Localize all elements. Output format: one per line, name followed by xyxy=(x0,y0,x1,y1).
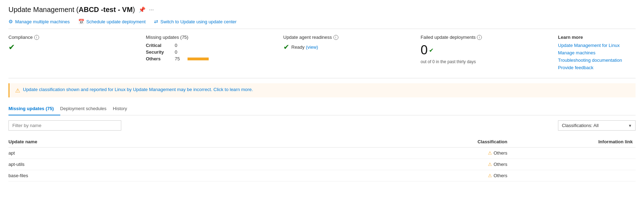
missing-updates-section: Missing updates (75) Critical 0 Security… xyxy=(146,35,283,72)
title-bold: ABCD -test - VM xyxy=(79,6,133,13)
critical-label: Critical xyxy=(146,43,171,48)
readiness-title: Update agent readiness i xyxy=(283,35,412,40)
learn-more-title: Learn more xyxy=(558,35,636,40)
update-management-linux-link[interactable]: Update Management for Linux xyxy=(558,43,636,48)
calendar-icon: 📅 xyxy=(78,19,84,24)
info-link-apt-utils xyxy=(510,159,636,170)
table-header-row: Update name Classification Information l… xyxy=(8,136,636,148)
classification-apt: ⚠ Others xyxy=(385,148,510,159)
classification-label: Others xyxy=(493,162,507,167)
warning-text[interactable]: Update classification shown and reported… xyxy=(23,87,253,92)
readiness-label: Update agent readiness xyxy=(283,35,332,40)
compliance-section: Compliance i ✔ xyxy=(8,35,146,72)
tab-missing-updates[interactable]: Missing updates (75) xyxy=(8,102,60,115)
compliance-label: Compliance xyxy=(8,35,33,40)
metrics-row: Compliance i ✔ Missing updates (75) Crit… xyxy=(8,35,636,78)
failed-number-row: 0 ✔ xyxy=(421,43,550,58)
filter-row: Classifications: All Critical Security O… xyxy=(8,120,636,131)
failed-number: 0 xyxy=(421,43,428,58)
updates-table: Update name Classification Information l… xyxy=(8,136,636,181)
classification-apt-utils: ⚠ Others xyxy=(385,159,510,170)
table-row: base-files ⚠ Others xyxy=(8,170,636,181)
toolbar: ⚙ Manage multiple machines 📅 Schedule up… xyxy=(8,19,636,29)
header-update-name: Update name xyxy=(8,136,385,148)
critical-value: 0 xyxy=(175,43,183,48)
update-name-base-files: base-files xyxy=(8,170,385,181)
compliance-status: ✔ xyxy=(8,43,137,52)
missing-others-row: Others 75 xyxy=(146,56,275,61)
readiness-status-label: Ready (view) xyxy=(292,44,318,50)
failed-check-icon: ✔ xyxy=(429,47,434,54)
warning-triangle-icon: ⚠ xyxy=(488,162,492,167)
switch-to-update-center-button[interactable]: ⇄ Switch to Update using update center xyxy=(154,19,237,24)
security-label: Security xyxy=(146,49,171,55)
title-prefix: Update Management ( xyxy=(8,6,79,13)
more-options-icon[interactable]: ··· xyxy=(149,7,154,13)
table-row: apt-utils ⚠ Others xyxy=(8,159,636,170)
filter-by-name-input[interactable] xyxy=(8,120,121,131)
schedule-update-deployment-button[interactable]: 📅 Schedule update deployment xyxy=(78,19,146,24)
readiness-view-link[interactable]: (view) xyxy=(306,44,318,50)
failed-deployments-section: Failed update deployments i 0 ✔ out of 0… xyxy=(421,35,558,72)
schedule-label: Schedule update deployment xyxy=(86,19,146,24)
failed-sub-text: out of 0 in the past thirty days xyxy=(421,59,550,65)
missing-security-row: Security 0 xyxy=(146,49,275,55)
classification-label: Others xyxy=(493,150,507,156)
update-name-apt-utils: apt-utils xyxy=(8,159,385,170)
readiness-info-icon[interactable]: i xyxy=(333,35,338,40)
readiness-text: Ready xyxy=(292,44,305,50)
info-link-base-files xyxy=(510,170,636,181)
missing-updates-table: Critical 0 Security 0 Others 75 xyxy=(146,43,275,61)
provide-feedback-link[interactable]: Provide feedback xyxy=(558,65,636,70)
tab-deployment-schedules[interactable]: Deployment schedules xyxy=(60,102,113,115)
readiness-section: Update agent readiness i ✔ Ready (view) xyxy=(283,35,421,72)
missing-updates-label: Missing updates (75) xyxy=(146,35,189,40)
others-value: 75 xyxy=(175,56,183,61)
manage-machines-link[interactable]: Manage machines xyxy=(558,50,636,55)
table-body: apt ⚠ Others apt-utils ⚠ Others xyxy=(8,148,636,181)
warning-triangle-icon: ⚠ xyxy=(15,87,20,94)
troubleshooting-documentation-link[interactable]: Troubleshooting documentation xyxy=(558,58,636,63)
readiness-check-icon: ✔ xyxy=(283,43,289,51)
tab-history[interactable]: History xyxy=(113,102,133,115)
compliance-title: Compliance i xyxy=(8,35,137,40)
readiness-status-row: ✔ Ready (view) xyxy=(283,43,412,51)
failed-label: Failed update deployments xyxy=(421,35,476,40)
classification-select[interactable]: Classifications: All Critical Security O… xyxy=(558,120,636,131)
header-classification: Classification xyxy=(385,136,510,148)
pin-icon[interactable]: 📌 xyxy=(139,6,146,13)
page-title-bar: Update Management (ABCD -test - VM) 📌 ··… xyxy=(8,6,636,14)
page-container: Update Management (ABCD -test - VM) 📌 ··… xyxy=(0,0,644,187)
failed-deployments-title: Failed update deployments i xyxy=(421,35,550,40)
classification-base-files: ⚠ Others xyxy=(385,170,510,181)
classification-select-wrapper: Classifications: All Critical Security O… xyxy=(558,120,636,131)
tabs-bar: Missing updates (75) Deployment schedule… xyxy=(8,102,636,115)
missing-updates-title: Missing updates (75) xyxy=(146,35,275,40)
warning-triangle-icon: ⚠ xyxy=(488,150,492,156)
compliance-info-icon[interactable]: i xyxy=(34,35,39,40)
info-link-apt xyxy=(510,148,636,159)
security-value: 0 xyxy=(175,49,183,55)
manage-machines-label: Manage multiple machines xyxy=(15,19,70,24)
others-bar xyxy=(188,58,209,60)
warning-banner: ⚠ Update classification shown and report… xyxy=(8,83,636,97)
missing-critical-row: Critical 0 xyxy=(146,43,275,48)
switch-icon: ⇄ xyxy=(154,19,158,24)
table-row: apt ⚠ Others xyxy=(8,148,636,159)
classification-label: Others xyxy=(493,173,507,178)
failed-info-icon[interactable]: i xyxy=(477,35,482,40)
header-information-link: Information link xyxy=(510,136,636,148)
gear-icon: ⚙ xyxy=(8,19,13,24)
others-label: Others xyxy=(146,56,171,61)
learn-more-section: Learn more Update Management for Linux M… xyxy=(558,35,636,72)
update-name-apt: apt xyxy=(8,148,385,159)
switch-label: Switch to Update using update center xyxy=(160,19,237,24)
warning-triangle-icon: ⚠ xyxy=(488,173,492,178)
title-suffix: ) xyxy=(133,6,135,13)
manage-multiple-machines-button[interactable]: ⚙ Manage multiple machines xyxy=(8,19,70,24)
page-title-text: Update Management (ABCD -test - VM) xyxy=(8,6,135,14)
